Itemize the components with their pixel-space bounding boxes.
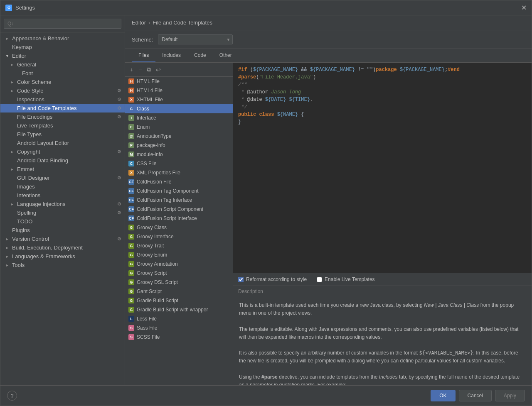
sidebar-item-code-style[interactable]: ►Code Style⚙ [0, 86, 125, 95]
file-item-sass-file[interactable]: S Sass File [125, 323, 233, 333]
file-label-coldfusion-tag-interface: ColdFusion Tag Interface [137, 197, 192, 203]
code-editor[interactable]: #if (${PACKAGE_NAME} && ${PACKAGE_NAME} … [233, 63, 532, 273]
close-button[interactable]: ✕ [521, 4, 527, 12]
arrow-general: ► [10, 63, 15, 67]
sidebar-item-plugins[interactable]: Plugins [0, 226, 125, 235]
sidebar-tree: ►Appearance & BehaviorKeymap▼Editor►Gene… [0, 32, 125, 385]
reformat-checkbox-label[interactable]: Reformat according to style [238, 276, 307, 282]
search-input[interactable] [4, 19, 121, 29]
live-templates-checkbox-label[interactable]: Enable Live Templates [317, 276, 375, 282]
sidebar-item-language-injections[interactable]: ►Language Injections⚙ [0, 200, 125, 208]
file-item-coldfusion-tag-component[interactable]: CF ColdFusion Tag Component [125, 186, 233, 196]
file-item-coldfusion-file[interactable]: CF ColdFusion File [125, 177, 233, 186]
tab-code[interactable]: Code [187, 49, 213, 62]
sidebar-item-todo[interactable]: TODO [0, 217, 125, 226]
file-item-annotation-type[interactable]: @ AnnotationType [125, 132, 233, 141]
sidebar-item-file-encodings[interactable]: File Encodings⚙ [0, 113, 125, 121]
sidebar-item-file-and-code-templates[interactable]: File and Code Templates⚙ [0, 104, 125, 113]
file-label-interface: Interface [137, 115, 156, 121]
file-item-css-file[interactable]: C CSS File [125, 159, 233, 168]
code-panel: #if (${PACKAGE_NAME} && ${PACKAGE_NAME} … [233, 63, 532, 385]
file-icon-class: C [128, 106, 134, 112]
file-item-coldfusion-script-component[interactable]: CF ColdFusion Script Component [125, 205, 233, 214]
file-icon-coldfusion-tag-interface: CF [128, 197, 134, 203]
file-item-html-file[interactable]: H HTML File [125, 77, 233, 86]
scheme-select-wrapper: Default Project [158, 34, 233, 44]
file-item-groovy-dsl-script[interactable]: G Groovy DSL Script [125, 278, 233, 287]
file-label-html4-file: HTML4 File [137, 88, 163, 93]
sidebar-item-intentions[interactable]: Intentions [0, 191, 125, 200]
file-label-package-info: package-info [137, 142, 165, 148]
sidebar-item-keymap[interactable]: Keymap [0, 43, 125, 51]
file-item-xml-properties[interactable]: X XML Properties File [125, 168, 233, 177]
file-icon-groovy-class: G [128, 225, 134, 230]
file-icon-xhtml-file: X [128, 97, 134, 103]
sidebar-item-inspections[interactable]: Inspections⚙ [0, 95, 125, 104]
sidebar-item-gui-designer[interactable]: GUI Designer⚙ [0, 174, 125, 182]
file-item-html4-file[interactable]: H HTML4 File [125, 86, 233, 95]
apply-button[interactable]: Apply [495, 390, 525, 401]
help-button[interactable]: ? [7, 391, 17, 401]
add-button[interactable]: + [128, 66, 135, 74]
file-item-coldfusion-script-interface[interactable]: CF ColdFusion Script Interface [125, 214, 233, 223]
code-line-5: * @date ${DATE} ${TIME}. [238, 96, 527, 103]
reformat-checkbox[interactable] [238, 277, 244, 282]
sidebar-item-live-templates[interactable]: Live Templates [0, 121, 125, 130]
file-item-groovy-annotation[interactable]: G Groovy Annotation [125, 259, 233, 269]
file-item-gradle-build-script[interactable]: G Gradle Build Script [125, 296, 233, 305]
label-android-data-binding: Android Data Binding [17, 157, 121, 164]
sidebar-item-build-execution[interactable]: ►Build, Execution, Deployment [0, 243, 125, 252]
sidebar-item-general[interactable]: ►General [0, 60, 125, 69]
file-item-groovy-interface[interactable]: G Groovy Interface [125, 232, 233, 241]
label-color-scheme: Color Scheme [17, 79, 121, 85]
file-icon-groovy-dsl-script: G [128, 279, 134, 285]
tab-other[interactable]: Other [213, 49, 239, 62]
file-item-groovy-script[interactable]: G Groovy Script [125, 269, 233, 278]
sidebar-item-tools[interactable]: ►Tools [0, 261, 125, 269]
file-item-coldfusion-tag-interface[interactable]: CF ColdFusion Tag Interface [125, 196, 233, 205]
sidebar-item-languages-frameworks[interactable]: ►Languages & Frameworks [0, 252, 125, 261]
live-templates-checkbox[interactable] [317, 277, 322, 282]
file-item-groovy-class[interactable]: G Groovy Class [125, 223, 233, 232]
file-item-class[interactable]: C Class [125, 104, 233, 113]
sidebar-item-emmet[interactable]: ►Emmet [0, 165, 125, 174]
label-android-layout-editor: Android Layout Editor [17, 140, 121, 146]
file-label-groovy-script: Groovy Script [137, 270, 167, 276]
file-item-enum[interactable]: E Enum [125, 122, 233, 132]
file-item-package-info[interactable]: P package-info [125, 141, 233, 150]
sidebar-item-font[interactable]: Font [0, 69, 125, 78]
file-label-gradle-build-script: Gradle Build Script [137, 298, 178, 303]
file-item-gradle-build-script-wrapper[interactable]: G Gradle Build Script with wrapper [125, 305, 233, 314]
file-item-scss-file[interactable]: S SCSS File [125, 333, 233, 342]
sidebar-item-android-layout-editor[interactable]: Android Layout Editor [0, 139, 125, 147]
file-item-gant-script[interactable]: G Gant Script [125, 287, 233, 296]
sidebar-item-spelling[interactable]: Spelling⚙ [0, 208, 125, 217]
file-item-groovy-trait[interactable]: G Groovy Trait [125, 241, 233, 250]
remove-button[interactable]: − [137, 66, 143, 74]
copy-button[interactable]: ⧉ [145, 65, 153, 74]
tab-includes[interactable]: Includes [155, 49, 187, 62]
label-tools: Tools [12, 262, 121, 268]
file-icon-css-file: C [128, 161, 134, 166]
sidebar-item-appearance[interactable]: ►Appearance & Behavior [0, 34, 125, 43]
sidebar-item-editor[interactable]: ▼Editor [0, 51, 125, 60]
file-item-groovy-enum[interactable]: G Groovy Enum [125, 250, 233, 259]
file-item-xhtml-file[interactable]: X XHTML File [125, 95, 233, 104]
file-item-module-info[interactable]: M module-info [125, 150, 233, 159]
sidebar-item-file-types[interactable]: File Types [0, 130, 125, 139]
sidebar-item-version-control[interactable]: ►Version Control⚙ [0, 235, 125, 243]
tab-files[interactable]: Files [132, 49, 155, 62]
file-item-interface[interactable]: I Interface [125, 113, 233, 122]
file-icon-groovy-script: G [128, 270, 134, 276]
cancel-button[interactable]: Cancel [459, 390, 492, 401]
sidebar-item-copyright[interactable]: ►Copyright⚙ [0, 147, 125, 156]
sidebar-item-color-scheme[interactable]: ►Color Scheme [0, 78, 125, 86]
file-icon-groovy-trait: G [128, 243, 134, 249]
arrow-emmet: ► [10, 167, 15, 171]
file-item-less-file[interactable]: L Less File [125, 314, 233, 323]
sidebar-item-images[interactable]: Images [0, 182, 125, 191]
scheme-select[interactable]: Default Project [158, 34, 233, 44]
ok-button[interactable]: OK [431, 390, 455, 401]
reset-button[interactable]: ↩ [154, 66, 163, 74]
sidebar-item-android-data-binding[interactable]: Android Data Binding [0, 156, 125, 165]
